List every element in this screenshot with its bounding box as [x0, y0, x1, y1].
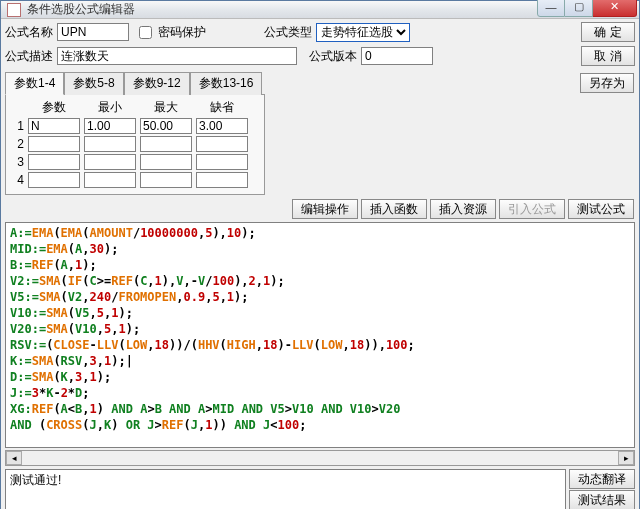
- param-max-input[interactable]: [140, 118, 192, 134]
- param-row: 3: [12, 154, 258, 170]
- param-min-input[interactable]: [84, 154, 136, 170]
- formula-name-input[interactable]: [57, 23, 129, 41]
- param-def-input[interactable]: [196, 118, 248, 134]
- test-result-button[interactable]: 测试结果: [569, 490, 635, 509]
- label-name: 公式名称: [5, 24, 53, 41]
- password-protect-checkbox[interactable]: [139, 26, 152, 39]
- cancel-button[interactable]: 取 消: [581, 46, 635, 66]
- dynamic-translate-button[interactable]: 动态翻译: [569, 469, 635, 489]
- param-header-name: 参数: [26, 99, 82, 116]
- label-type: 公式类型: [264, 24, 312, 41]
- param-name-input[interactable]: [28, 136, 80, 152]
- code-editor[interactable]: A:=EMA(EMA(AMOUNT/10000000,5),10);MID:=E…: [5, 222, 635, 448]
- param-def-input[interactable]: [196, 136, 248, 152]
- param-panel: 参数 最小 最大 缺省 1234: [5, 94, 265, 195]
- param-max-input[interactable]: [140, 136, 192, 152]
- window-title: 条件选股公式编辑器: [27, 1, 537, 18]
- scroll-right-icon[interactable]: ▸: [618, 451, 634, 465]
- edit-operations-button[interactable]: 编辑操作: [292, 199, 358, 219]
- param-tabs: 参数1-4 参数5-8 参数9-12 参数13-16: [1, 69, 580, 94]
- test-formula-button[interactable]: 测试公式: [568, 199, 634, 219]
- titlebar[interactable]: 条件选股公式编辑器 — ▢ ✕: [1, 1, 639, 19]
- label-pwd: 密码保护: [158, 24, 206, 41]
- param-def-input[interactable]: [196, 172, 248, 188]
- tab-params-1-4[interactable]: 参数1-4: [5, 72, 64, 95]
- param-header-min: 最小: [82, 99, 138, 116]
- test-output: 测试通过!: [5, 469, 566, 509]
- insert-resource-button[interactable]: 插入资源: [430, 199, 496, 219]
- param-row: 1: [12, 118, 258, 134]
- label-version: 公式版本: [309, 48, 357, 65]
- tab-params-5-8[interactable]: 参数5-8: [64, 72, 123, 95]
- param-row: 4: [12, 172, 258, 188]
- param-min-input[interactable]: [84, 118, 136, 134]
- close-button[interactable]: ✕: [593, 0, 637, 17]
- label-desc: 公式描述: [5, 48, 53, 65]
- import-formula-button[interactable]: 引入公式: [499, 199, 565, 219]
- param-min-input[interactable]: [84, 136, 136, 152]
- saveas-button[interactable]: 另存为: [580, 73, 634, 93]
- output-text: 测试通过!: [10, 473, 61, 487]
- app-icon: [7, 3, 21, 17]
- param-max-input[interactable]: [140, 154, 192, 170]
- maximize-button[interactable]: ▢: [565, 0, 593, 17]
- insert-function-button[interactable]: 插入函数: [361, 199, 427, 219]
- param-name-input[interactable]: [28, 172, 80, 188]
- minimize-button[interactable]: —: [537, 0, 565, 17]
- formula-version-input[interactable]: [361, 47, 433, 65]
- param-header-def: 缺省: [194, 99, 250, 116]
- formula-type-select[interactable]: 走势特征选股: [316, 23, 410, 42]
- editor-window: 条件选股公式编辑器 — ▢ ✕ 公式名称 密码保护 公式类型 走势特征选股 确 …: [0, 0, 640, 509]
- tab-params-13-16[interactable]: 参数13-16: [190, 72, 263, 95]
- tab-params-9-12[interactable]: 参数9-12: [124, 72, 190, 95]
- ok-button[interactable]: 确 定: [581, 22, 635, 42]
- param-def-input[interactable]: [196, 154, 248, 170]
- scroll-left-icon[interactable]: ◂: [6, 451, 22, 465]
- param-name-input[interactable]: [28, 154, 80, 170]
- horizontal-scrollbar[interactable]: ◂ ▸: [5, 450, 635, 466]
- param-max-input[interactable]: [140, 172, 192, 188]
- param-header-max: 最大: [138, 99, 194, 116]
- param-row: 2: [12, 136, 258, 152]
- param-min-input[interactable]: [84, 172, 136, 188]
- formula-desc-input[interactable]: [57, 47, 297, 65]
- param-name-input[interactable]: [28, 118, 80, 134]
